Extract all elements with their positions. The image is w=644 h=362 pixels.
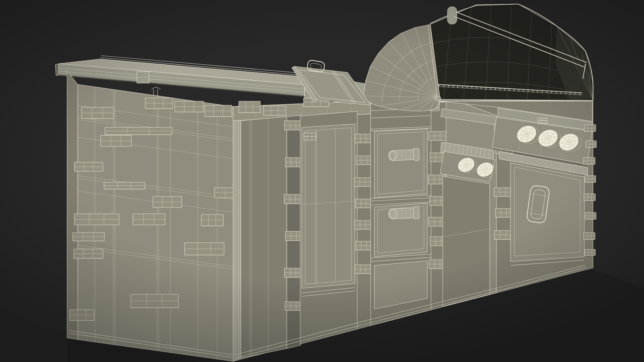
stone-block [184, 243, 224, 255]
stone-block [201, 215, 223, 226]
stone-block [145, 98, 173, 109]
stone-block [356, 156, 372, 165]
stone-block [82, 107, 114, 119]
drawer-unit [371, 99, 431, 325]
stone-block [494, 188, 512, 196]
stone-block [205, 105, 232, 117]
stone-block [585, 176, 596, 182]
side-burner-cabinet [443, 176, 490, 306]
grill-door [511, 163, 584, 261]
render-viewport [0, 0, 644, 362]
stone-block [131, 294, 178, 308]
bbq-island-wireframe-render [0, 0, 644, 362]
stone-block [585, 249, 595, 255]
stone-block [584, 158, 595, 164]
stone-block [585, 213, 596, 219]
stone-ledge [105, 127, 172, 135]
stone-block [74, 162, 103, 171]
stone-block [285, 158, 302, 167]
stone-block [284, 194, 302, 204]
stone-block [153, 196, 182, 207]
stone-block [586, 141, 596, 147]
fan-hub [435, 96, 441, 101]
stone-block [101, 135, 131, 146]
stone-block [73, 233, 104, 241]
fridge-door [302, 124, 355, 288]
stone-block [284, 268, 302, 278]
stone-block [355, 221, 371, 229]
stone-block [175, 101, 204, 112]
fridge-unit [300, 111, 357, 344]
stone-block [285, 302, 302, 310]
stone-block [495, 208, 512, 217]
stone-block [494, 231, 512, 239]
stone-block [284, 121, 302, 130]
drawer-front-top [374, 129, 427, 198]
side-panel [241, 117, 287, 358]
corner-post [233, 106, 241, 361]
left-end-face [67, 71, 78, 340]
side-burner-unit [440, 97, 498, 306]
stone-block [584, 194, 595, 200]
stone-block [239, 101, 260, 113]
stone-block [429, 131, 446, 140]
stone-block [133, 214, 165, 225]
stone-block [355, 134, 372, 143]
stone-block [74, 249, 103, 258]
stone-block [264, 106, 286, 115]
handle-end-cap [447, 7, 457, 24]
stone-block [584, 233, 595, 239]
stone-block [356, 241, 372, 250]
stone-block [354, 178, 371, 186]
stone-block [285, 231, 302, 241]
stone-block [584, 125, 596, 131]
stone-block [355, 265, 372, 274]
stone-block [70, 310, 94, 320]
stone-block [74, 214, 119, 225]
stone-front-wall [67, 71, 247, 361]
stone-block [356, 199, 372, 208]
stone-ledge [104, 182, 145, 189]
